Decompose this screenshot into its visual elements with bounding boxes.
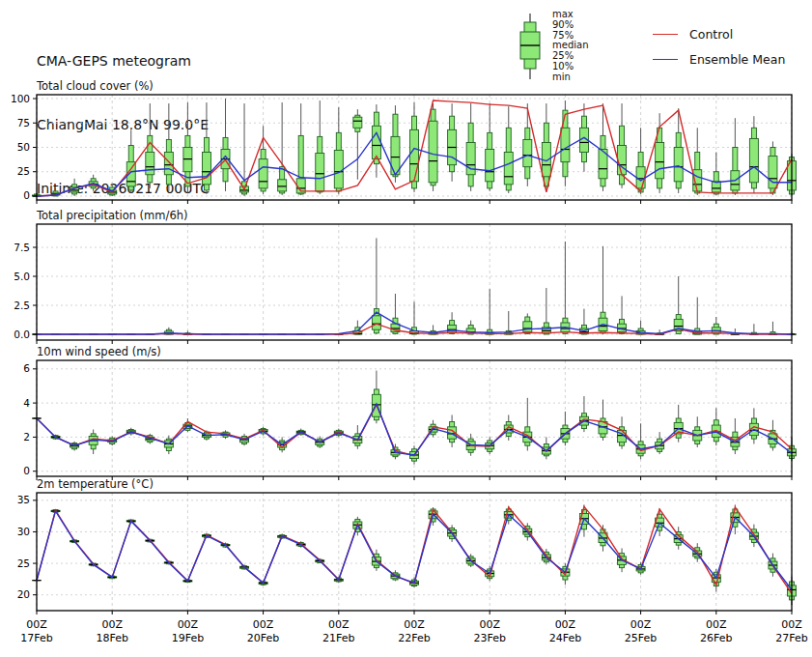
- p25-p75-box: [429, 121, 437, 183]
- p25-p75-box: [656, 142, 664, 178]
- box-plot-step: [656, 113, 664, 193]
- p25-p75-box: [259, 159, 267, 188]
- x-tick-label: 00Z: [555, 618, 576, 631]
- y-tick-label: 75: [17, 117, 30, 129]
- x-tick-label: 22Feb: [398, 632, 430, 644]
- p25-p75-box: [486, 150, 494, 182]
- box-plot-step: [523, 313, 532, 334]
- y-tick-label: 35: [17, 494, 30, 505]
- box-plot-step: [202, 102, 210, 194]
- p25-p75-box: [278, 180, 287, 191]
- x-tick-label: 00Z: [706, 618, 727, 631]
- box-plot-step: [693, 298, 702, 334]
- box-plot-step: [599, 400, 607, 441]
- y-tick-label: 4: [23, 397, 30, 409]
- y-tick-label: 2.5: [14, 300, 30, 311]
- box-plot-step: [334, 107, 343, 194]
- box-plot-step: [731, 118, 740, 195]
- box-plot-step: [126, 129, 135, 193]
- x-tick-label: 24Feb: [549, 632, 581, 644]
- box-plot-step: [296, 103, 305, 195]
- box-plot-step: [636, 423, 645, 459]
- x-tick-label: 21Feb: [322, 632, 354, 644]
- x-tick-label: 26Feb: [700, 632, 732, 644]
- y-tick-label: 100: [11, 93, 30, 104]
- p25-p75-box: [561, 128, 570, 161]
- box-plot-step: [164, 436, 173, 454]
- box-plot-step: [523, 398, 532, 451]
- y-tick-label: 6: [23, 362, 30, 374]
- x-tick-label: 00Z: [26, 618, 47, 631]
- p25-p75-box: [334, 151, 343, 188]
- box-plot-step: [599, 246, 607, 334]
- x-tick-label: 00Z: [404, 618, 425, 631]
- box-plot-step: [504, 106, 513, 193]
- p25-p75-box: [618, 145, 627, 174]
- p25-p75-box: [523, 139, 532, 166]
- x-tick-label: 18Feb: [96, 632, 127, 644]
- box-plot-step: [731, 418, 740, 454]
- box-plot-step: [636, 128, 645, 194]
- box-plot-step: [372, 371, 380, 424]
- p25-p75-box: [353, 117, 362, 128]
- box-plot-step: [278, 102, 287, 195]
- p25-p75-box: [674, 148, 683, 182]
- p25-p75-box: [372, 316, 380, 329]
- p25-p75-box: [410, 129, 419, 181]
- box-plot-step: [749, 408, 758, 443]
- box-plot-step: [769, 322, 777, 334]
- box-plot-step: [579, 396, 588, 432]
- x-tick-label: 27Feb: [775, 632, 807, 644]
- panel-total-precipitation: 0.02.55.07.5: [14, 224, 796, 344]
- box-plot-step: [372, 238, 380, 334]
- y-tick-label: 25: [17, 165, 30, 177]
- box-plot-step: [353, 425, 362, 449]
- p25-p75-box: [146, 153, 154, 175]
- p25-p75-box: [769, 157, 777, 188]
- p25-p75-box: [164, 153, 173, 175]
- box-plot-step: [542, 288, 550, 334]
- panel-wind-speed: 0246: [23, 360, 796, 480]
- x-tick-label: 00Z: [781, 618, 802, 631]
- x-axis-labels: 00Z17Feb00Z18Feb00Z19Feb00Z20Feb00Z21Feb…: [20, 618, 807, 644]
- meteogram-figure: CMA-GEPS meteogram ChiangMai 18.8°N 99.0…: [0, 0, 812, 657]
- box-plot-step: [486, 289, 494, 334]
- y-tick-label: 2: [23, 431, 30, 443]
- y-tick-label: 0: [23, 189, 30, 201]
- box-plot-step: [693, 128, 702, 195]
- y-tick-label: 25: [17, 557, 30, 569]
- x-tick-label: 00Z: [630, 618, 652, 631]
- panel-total-cloud-cover: 0255075100: [11, 93, 797, 204]
- x-tick-label: 00Z: [253, 618, 274, 631]
- box-plot-step: [523, 103, 532, 186]
- box-plot-step: [712, 408, 720, 445]
- x-tick-label: 00Z: [101, 618, 123, 631]
- box-plot-step: [749, 324, 758, 334]
- y-tick-label: 20: [17, 588, 30, 600]
- box-plot-step: [448, 103, 457, 182]
- p25-p75-box: [466, 142, 475, 174]
- panel-temperature: 20253035: [17, 493, 797, 614]
- p25-p75-box: [504, 153, 513, 185]
- box-plot-step: [674, 405, 683, 443]
- p25-p75-box: [749, 138, 758, 182]
- x-tick-label: 17Feb: [20, 632, 52, 644]
- box-plot-step: [504, 311, 513, 334]
- p25-p75-box: [523, 322, 532, 332]
- box-plot-step: [466, 103, 475, 191]
- y-tick-label: 30: [17, 526, 30, 537]
- x-tick-label: 00Z: [479, 618, 500, 631]
- box-plot-step: [429, 103, 437, 191]
- box-plot-step: [221, 99, 230, 191]
- box-plot-step: [693, 416, 702, 447]
- p25-p75-box: [316, 154, 324, 191]
- box-plot-step: [749, 116, 758, 193]
- y-tick-label: 7.5: [14, 242, 30, 253]
- y-tick-label: 0: [23, 465, 30, 476]
- x-tick-label: 19Feb: [172, 632, 204, 644]
- y-tick-label: 50: [17, 141, 30, 153]
- y-tick-label: 5.0: [14, 271, 30, 282]
- x-tick-label: 25Feb: [625, 632, 657, 644]
- box-plot-step: [712, 153, 720, 195]
- x-tick-label: 00Z: [328, 618, 350, 631]
